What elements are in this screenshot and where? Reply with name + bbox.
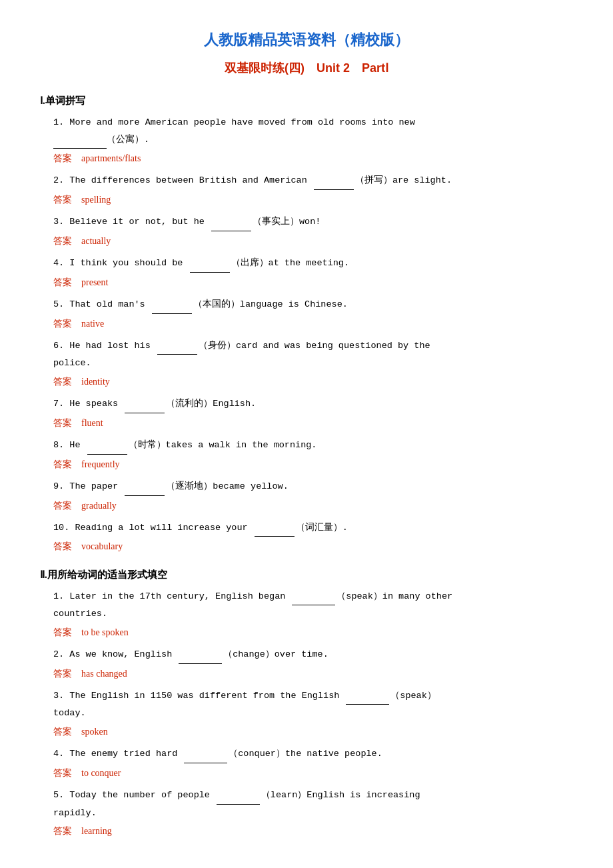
question-2-3: 3. The English in 1150 was different fro…: [53, 687, 573, 722]
question-1-2: 2. The differences between British and A…: [53, 172, 573, 190]
answer-2-4: 答案 to conquer: [53, 765, 573, 781]
question-2-1: 1. Later in the 17th century, English be…: [53, 588, 573, 623]
answer-1-4: 答案 present: [53, 274, 573, 291]
answer-1-1: 答案 apartments/flats: [53, 150, 573, 167]
answer-2-5: 答案 learning: [53, 823, 573, 839]
section-2-header: Ⅱ.用所给动词的适当形式填空: [40, 566, 573, 584]
answer-2-2: 答案 has changed: [53, 665, 573, 682]
question-1-8: 8. He （时常）takes a walk in the morning.: [53, 437, 573, 455]
question-1-4: 4. I think you should be （出席）at the meet…: [53, 255, 573, 273]
answer-2-3: 答案 spoken: [53, 723, 573, 740]
question-2-4: 4. The enemy tried hard （conquer）the nat…: [53, 745, 573, 763]
answer-2-1: 答案 to be spoken: [53, 624, 573, 641]
question-1-10: 10. Reading a lot will increase your （词汇…: [53, 519, 573, 537]
question-2-2: 2. As we know, English （change）over time…: [53, 646, 573, 664]
answer-1-9: 答案 gradually: [53, 497, 573, 514]
question-1-3: 3. Believe it or not, but he （事实上）won!: [53, 213, 573, 231]
question-1-6: 6. He had lost his （身份）card and was bein…: [53, 337, 573, 372]
answer-1-10: 答案 vocabulary: [53, 538, 573, 555]
answer-1-5: 答案 native: [53, 315, 573, 332]
section-1-header: Ⅰ.单词拼写: [40, 92, 573, 110]
answer-1-7: 答案 fluent: [53, 415, 573, 431]
question-1-9: 9. The paper （逐渐地）became yellow.: [53, 478, 573, 496]
question-1-5: 5. That old man's （本国的）language is Chine…: [53, 296, 573, 314]
answer-1-2: 答案 spelling: [53, 191, 573, 208]
answer-1-3: 答案 actually: [53, 233, 573, 249]
question-1-1: 1. More and more American people have mo…: [53, 114, 573, 149]
sub-title: 双基限时练(四) Unit 2 PartⅠ: [40, 57, 573, 79]
main-title: 人教版精品英语资料（精校版）: [40, 27, 573, 53]
question-1-7: 7. He speaks （流利的）English.: [53, 395, 573, 413]
answer-1-6: 答案 identity: [53, 373, 573, 390]
answer-1-8: 答案 frequently: [53, 456, 573, 473]
question-2-5: 5. Today the number of people （learn）Eng…: [53, 787, 573, 821]
